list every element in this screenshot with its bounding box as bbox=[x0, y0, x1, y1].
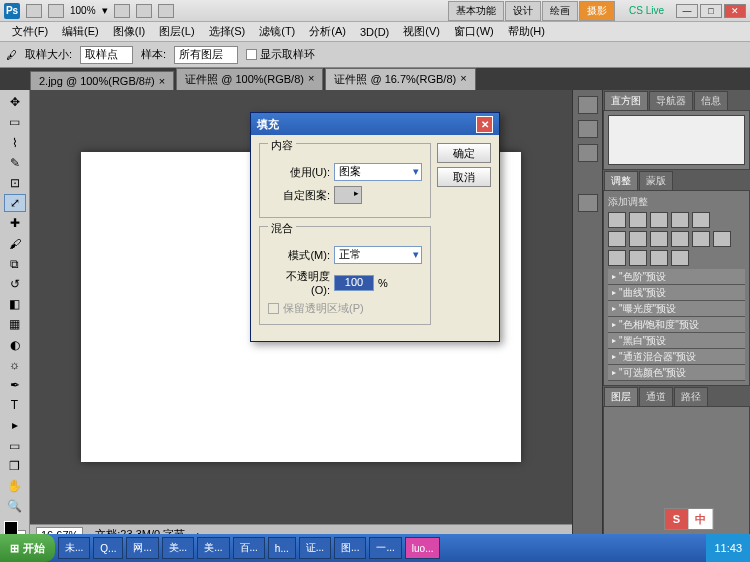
screen-mode-icon[interactable] bbox=[158, 4, 174, 18]
adjust-icon[interactable] bbox=[629, 250, 647, 266]
adjust-icon[interactable] bbox=[671, 250, 689, 266]
preset-item[interactable]: "色阶"预设 bbox=[608, 269, 745, 285]
marquee-tool[interactable]: ▭ bbox=[4, 113, 26, 131]
eraser-tool[interactable]: ◧ bbox=[4, 295, 26, 313]
cs-live[interactable]: CS Live bbox=[629, 5, 664, 16]
panel-icon[interactable] bbox=[578, 120, 598, 138]
tab-adjustments[interactable]: 调整 bbox=[604, 171, 638, 190]
preset-item[interactable]: "黑白"预设 bbox=[608, 333, 745, 349]
menu-file[interactable]: 文件(F) bbox=[6, 22, 54, 41]
tab-paths[interactable]: 路径 bbox=[674, 387, 708, 406]
tab-navigator[interactable]: 导航器 bbox=[649, 91, 693, 110]
panel-icon[interactable] bbox=[578, 144, 598, 162]
adjust-icon[interactable] bbox=[608, 231, 626, 247]
adjust-icon[interactable] bbox=[671, 212, 689, 228]
taskbar-item[interactable]: 网... bbox=[126, 537, 158, 559]
pen-tool[interactable]: ✒ bbox=[4, 376, 26, 394]
tab-channels[interactable]: 通道 bbox=[639, 387, 673, 406]
menu-layer[interactable]: 图层(L) bbox=[153, 22, 200, 41]
workspace-painting[interactable]: 绘画 bbox=[542, 1, 578, 21]
menu-window[interactable]: 窗口(W) bbox=[448, 22, 500, 41]
taskbar-item[interactable]: 百... bbox=[233, 537, 265, 559]
panel-icon[interactable] bbox=[578, 194, 598, 212]
move-tool[interactable]: ✥ bbox=[4, 93, 26, 111]
ok-button[interactable]: 确定 bbox=[437, 143, 491, 163]
adjust-icon[interactable] bbox=[608, 250, 626, 266]
adjust-icon[interactable] bbox=[650, 250, 668, 266]
minimize-button[interactable]: — bbox=[676, 4, 698, 18]
3d-tool[interactable]: ❒ bbox=[4, 457, 26, 475]
taskbar-item[interactable]: 一... bbox=[369, 537, 401, 559]
adjust-icon[interactable] bbox=[650, 212, 668, 228]
dodge-tool[interactable]: ☼ bbox=[4, 356, 26, 374]
taskbar-item[interactable]: 证... bbox=[299, 537, 331, 559]
bridge-icon[interactable] bbox=[26, 4, 42, 18]
adjust-icon[interactable] bbox=[650, 231, 668, 247]
mode-select[interactable]: 正常 bbox=[334, 246, 422, 264]
system-tray[interactable]: 11:43 bbox=[706, 534, 750, 562]
workspace-design[interactable]: 设计 bbox=[505, 1, 541, 21]
taskbar-item[interactable]: h... bbox=[268, 537, 296, 559]
document-tab[interactable]: 证件照 @ 16.7%(RGB/8)× bbox=[325, 68, 475, 90]
taskbar-item[interactable]: 美... bbox=[162, 537, 194, 559]
menu-analysis[interactable]: 分析(A) bbox=[303, 22, 352, 41]
menu-select[interactable]: 选择(S) bbox=[203, 22, 252, 41]
adjust-icon[interactable] bbox=[692, 231, 710, 247]
quick-select-tool[interactable]: ✎ bbox=[4, 154, 26, 172]
tab-histogram[interactable]: 直方图 bbox=[604, 91, 648, 110]
lasso-tool[interactable]: ⌇ bbox=[4, 133, 26, 151]
close-icon[interactable]: × bbox=[159, 75, 165, 87]
taskbar-item[interactable]: Q... bbox=[93, 537, 123, 559]
show-sampling-ring-checkbox[interactable]: 显示取样环 bbox=[246, 47, 315, 62]
menu-edit[interactable]: 编辑(E) bbox=[56, 22, 105, 41]
sample-layers-select[interactable]: 所有图层 bbox=[174, 46, 238, 64]
zoom-tool[interactable]: 🔍 bbox=[4, 497, 26, 515]
start-button[interactable]: ⊞ 开始 bbox=[0, 534, 55, 562]
taskbar-item[interactable]: 美... bbox=[197, 537, 229, 559]
tab-masks[interactable]: 蒙版 bbox=[639, 171, 673, 190]
document-tab[interactable]: 2.jpg @ 100%(RGB/8#)× bbox=[30, 71, 174, 90]
eyedropper-tool[interactable]: ⤢ bbox=[4, 194, 26, 212]
cancel-button[interactable]: 取消 bbox=[437, 167, 491, 187]
menu-3d[interactable]: 3D(D) bbox=[354, 24, 395, 40]
sample-size-select[interactable]: 取样点 bbox=[80, 46, 133, 64]
maximize-button[interactable]: □ bbox=[700, 4, 722, 18]
taskbar-item[interactable]: 未... bbox=[58, 537, 90, 559]
dialog-close-button[interactable]: ✕ bbox=[476, 116, 493, 133]
preset-item[interactable]: "色相/饱和度"预设 bbox=[608, 317, 745, 333]
preset-item[interactable]: "曲线"预设 bbox=[608, 285, 745, 301]
arrange-icon[interactable] bbox=[136, 4, 152, 18]
adjust-icon[interactable] bbox=[629, 231, 647, 247]
ime-indicator[interactable]: S 中 bbox=[664, 508, 714, 530]
tab-info[interactable]: 信息 bbox=[694, 91, 728, 110]
menu-filter[interactable]: 滤镜(T) bbox=[253, 22, 301, 41]
adjust-icon[interactable] bbox=[692, 212, 710, 228]
close-icon[interactable]: × bbox=[308, 72, 314, 87]
menu-help[interactable]: 帮助(H) bbox=[502, 22, 551, 41]
stamp-tool[interactable]: ⧉ bbox=[4, 255, 26, 273]
type-tool[interactable]: T bbox=[4, 396, 26, 414]
menu-view[interactable]: 视图(V) bbox=[397, 22, 446, 41]
shape-tool[interactable]: ▭ bbox=[4, 436, 26, 454]
adjust-icon[interactable] bbox=[608, 212, 626, 228]
adjust-icon[interactable] bbox=[629, 212, 647, 228]
close-button[interactable]: ✕ bbox=[724, 4, 746, 18]
preserve-transparency-checkbox[interactable]: 保留透明区域(P) bbox=[268, 301, 422, 316]
document-tab[interactable]: 证件照 @ 100%(RGB/8)× bbox=[176, 68, 323, 90]
panel-icon[interactable] bbox=[578, 96, 598, 114]
dialog-title-bar[interactable]: 填充 ✕ bbox=[251, 113, 499, 135]
taskbar-item[interactable]: luo... bbox=[405, 537, 441, 559]
taskbar-item[interactable]: 图... bbox=[334, 537, 366, 559]
tab-layers[interactable]: 图层 bbox=[604, 387, 638, 406]
crop-tool[interactable]: ⊡ bbox=[4, 174, 26, 192]
preset-item[interactable]: "可选颜色"预设 bbox=[608, 365, 745, 381]
workspace-photography[interactable]: 摄影 bbox=[579, 1, 615, 21]
heal-tool[interactable]: ✚ bbox=[4, 214, 26, 232]
close-icon[interactable]: × bbox=[460, 72, 466, 87]
adjust-icon[interactable] bbox=[671, 231, 689, 247]
blur-tool[interactable]: ◐ bbox=[4, 335, 26, 353]
pattern-picker[interactable] bbox=[334, 186, 362, 204]
preset-item[interactable]: "曝光度"预设 bbox=[608, 301, 745, 317]
history-brush-tool[interactable]: ↺ bbox=[4, 275, 26, 293]
adjust-icon[interactable] bbox=[713, 231, 731, 247]
